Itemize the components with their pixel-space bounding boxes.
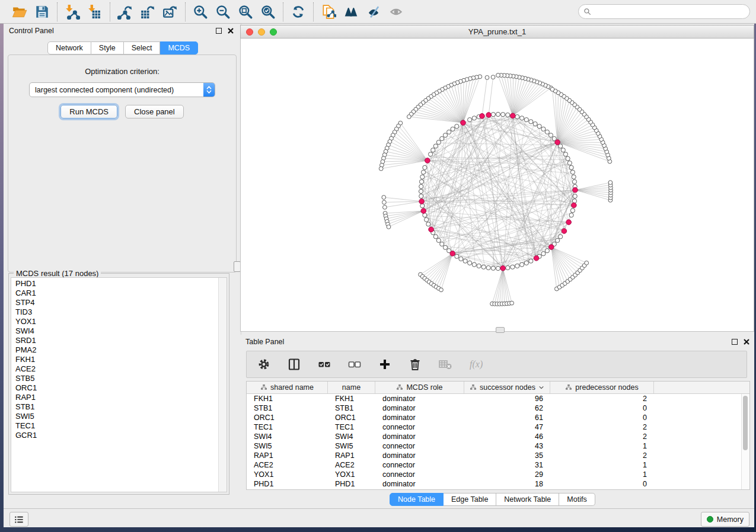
column-header-MCDS-role[interactable]: MCDS role: [375, 382, 464, 393]
graph-node[interactable]: [570, 170, 575, 174]
mcds-result-item[interactable]: TEC1: [15, 421, 227, 431]
graph-node[interactable]: [455, 124, 459, 129]
mcds-result-item[interactable]: TID3: [15, 307, 227, 317]
graph-node[interactable]: [561, 148, 565, 152]
table-row[interactable]: PHD1PHD1dominator180: [247, 479, 749, 489]
import-network-button[interactable]: [61, 2, 84, 21]
table-tab-edge-table[interactable]: Edge Table: [444, 493, 496, 506]
panel-menu-button[interactable]: [9, 512, 28, 527]
export-table-button[interactable]: [136, 2, 159, 21]
graph-node[interactable]: [491, 113, 495, 117]
graph-node[interactable]: [541, 127, 546, 131]
tab-style[interactable]: Style: [91, 41, 124, 55]
graph-hub-node[interactable]: [429, 227, 434, 232]
tab-mcds[interactable]: MCDS: [160, 41, 198, 55]
graph-hub-node[interactable]: [534, 256, 539, 261]
graph-leaf-node[interactable]: [379, 166, 383, 171]
table-row[interactable]: RAP1RAP1dominator352: [247, 451, 749, 460]
graph-node[interactable]: [436, 140, 441, 145]
graph-node[interactable]: [425, 217, 429, 222]
graph-node[interactable]: [472, 116, 476, 120]
graph-node[interactable]: [533, 121, 537, 126]
graph-node[interactable]: [570, 209, 575, 213]
graph-node[interactable]: [545, 249, 549, 253]
mcds-result-list[interactable]: PHD1CAR1STP4TID3YOX1SWI4SRD1PMA2FKH1ACE2…: [11, 277, 227, 492]
graph-hub-node[interactable]: [421, 209, 426, 214]
graph-hub-node[interactable]: [566, 220, 572, 225]
table-row[interactable]: ORC1ORC1dominator610: [247, 413, 749, 422]
graph-node[interactable]: [486, 265, 490, 270]
graph-node[interactable]: [443, 245, 447, 249]
graph-node[interactable]: [419, 189, 423, 193]
graph-node[interactable]: [463, 259, 467, 263]
table-row[interactable]: SWI4SWI4dominator462: [247, 432, 749, 441]
graph-node[interactable]: [472, 262, 476, 267]
zoom-selected-button[interactable]: [257, 2, 279, 21]
graph-hub-node[interactable]: [573, 187, 578, 193]
duplicate-network-button[interactable]: [317, 2, 340, 21]
graph-node[interactable]: [440, 136, 444, 140]
graph-node[interactable]: [566, 156, 570, 161]
graph-node[interactable]: [529, 259, 533, 263]
table-scrollbar[interactable]: [741, 394, 749, 489]
network-canvas[interactable]: [240, 39, 754, 332]
graph-leaf-node[interactable]: [407, 115, 411, 119]
graph-leaf-node[interactable]: [439, 288, 444, 292]
graph-node[interactable]: [440, 242, 444, 246]
mcds-result-item[interactable]: SWI5: [15, 412, 227, 421]
graph-node[interactable]: [559, 235, 563, 239]
graph-node[interactable]: [455, 254, 459, 258]
graph-node[interactable]: [459, 257, 463, 261]
open-file-button[interactable]: [8, 2, 31, 21]
zoom-fit-button[interactable]: [234, 2, 257, 21]
graph-node[interactable]: [541, 252, 546, 256]
graph-node[interactable]: [431, 148, 435, 152]
graph-node[interactable]: [569, 213, 573, 217]
graph-leaf-node[interactable]: [496, 73, 500, 78]
add-button[interactable]: [377, 357, 393, 372]
graph-hub-node[interactable]: [480, 114, 485, 119]
table-scrollbar-thumb[interactable]: [743, 396, 748, 450]
network-graph[interactable]: [241, 39, 754, 331]
graph-node[interactable]: [501, 113, 505, 117]
graph-leaf-node[interactable]: [382, 200, 386, 204]
graph-hub-node[interactable]: [486, 113, 492, 118]
zoom-out-button[interactable]: [212, 2, 234, 21]
graph-node[interactable]: [477, 264, 481, 268]
network-window-titlebar[interactable]: YPA_prune.txt_1: [240, 25, 754, 39]
run-mcds-button[interactable]: Run MCDS: [60, 105, 117, 118]
mcds-result-item[interactable]: RAP1: [15, 393, 227, 402]
graph-hub-node[interactable]: [419, 199, 425, 204]
mcds-result-item[interactable]: ORC1: [15, 383, 227, 393]
graph-leaf-node[interactable]: [387, 225, 391, 229]
close-panel-button[interactable]: Close panel: [125, 105, 184, 118]
column-header-predecessor-nodes[interactable]: predecessor nodes: [550, 382, 654, 393]
mcds-result-item[interactable]: STB1: [15, 402, 227, 412]
column-header-shared-name[interactable]: shared name: [247, 382, 328, 393]
export-network-button[interactable]: [114, 2, 136, 21]
mcds-result-item[interactable]: STB5: [15, 374, 227, 383]
graph-node[interactable]: [423, 165, 427, 169]
graph-node[interactable]: [524, 261, 528, 265]
table-row[interactable]: YOX1YOX1connector291: [247, 470, 749, 479]
graph-node[interactable]: [468, 261, 472, 265]
graph-node[interactable]: [481, 265, 486, 269]
toggle-details-button[interactable]: [362, 2, 385, 21]
graph-node[interactable]: [428, 152, 432, 156]
graph-node[interactable]: [567, 161, 572, 165]
graph-hub-node[interactable]: [511, 113, 516, 118]
graph-hub-node[interactable]: [500, 265, 506, 271]
table-tab-motifs[interactable]: Motifs: [559, 493, 595, 506]
graph-node[interactable]: [506, 265, 510, 270]
table-row[interactable]: FKH1FKH1dominator962: [247, 394, 749, 403]
graph-node[interactable]: [443, 133, 447, 137]
graph-node[interactable]: [420, 204, 425, 208]
graph-node[interactable]: [451, 127, 455, 131]
graph-node[interactable]: [515, 264, 519, 268]
tab-network[interactable]: Network: [47, 41, 91, 55]
graph-hub-node[interactable]: [425, 158, 430, 164]
select-all-button[interactable]: [317, 357, 332, 372]
table-row[interactable]: SWI5SWI5connector431: [247, 441, 749, 451]
mcds-result-item[interactable]: SWI4: [15, 326, 227, 336]
graph-node[interactable]: [511, 265, 515, 269]
